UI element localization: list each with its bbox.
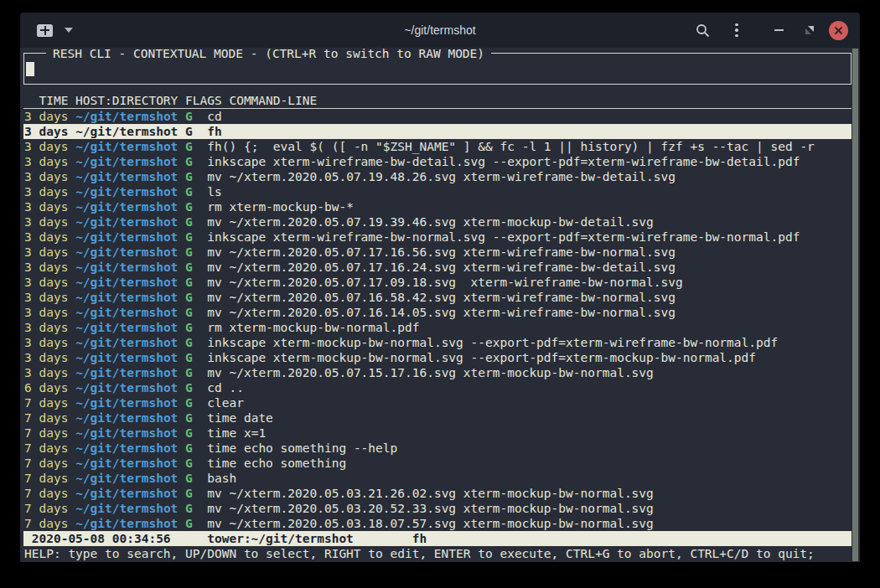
row-time: 3 days [24, 260, 68, 274]
row-command: fh() {; eval $( ([ -n "$ZSH_NAME" ] && f… [207, 140, 815, 153]
history-row[interactable]: 3 days ~/git/termshot G mv ~/xterm.2020.… [23, 305, 852, 320]
history-row[interactable]: 3 days ~/git/termshot G inkscape xterm-m… [23, 350, 852, 365]
history-row[interactable]: 7 days ~/git/termshot G time x=1 [23, 426, 852, 441]
row-flags: G [185, 306, 193, 319]
row-directory: ~/git/termshot [75, 472, 178, 485]
row-flags: G [185, 472, 193, 485]
titlebar[interactable]: ~/git/termshot [20, 13, 860, 48]
row-time: 3 days [24, 351, 68, 364]
history-row[interactable]: 7 days ~/git/termshot G time echo someth… [23, 441, 852, 456]
unmaximize-icon[interactable] [800, 20, 820, 40]
row-flags: G [185, 396, 193, 410]
row-flags: G [185, 110, 193, 123]
row-time: 6 days [24, 381, 68, 395]
history-row[interactable]: 3 days ~/git/termshot G fh [23, 124, 852, 139]
row-flags: G [185, 260, 193, 274]
row-directory: ~/git/termshot [75, 200, 178, 214]
row-time: 3 days [24, 321, 68, 334]
row-command: mv ~/xterm.2020.05.07.17.09.18.svg xterm… [207, 276, 682, 289]
history-row[interactable]: 7 days ~/git/termshot G mv ~/xterm.2020.… [23, 486, 852, 501]
row-command: mv ~/xterm.2020.05.07.16.14.05.svg xterm… [207, 306, 676, 319]
history-row[interactable]: 3 days ~/git/termshot G mv ~/xterm.2020.… [23, 214, 852, 230]
row-command: ls [207, 185, 221, 199]
history-row[interactable]: 6 days ~/git/termshot G cd .. [23, 380, 852, 395]
row-flags: G [185, 336, 193, 349]
row-directory: ~/git/termshot [75, 215, 178, 229]
row-directory: ~/git/termshot [75, 517, 178, 530]
row-directory: ~/git/termshot [75, 366, 178, 379]
history-row[interactable]: 3 days ~/git/termshot G inkscape xterm-w… [23, 154, 852, 169]
row-time: 3 days [24, 155, 68, 168]
history-row[interactable]: 3 days ~/git/termshot G rm xterm-mockup-… [23, 199, 852, 214]
row-flags: G [185, 411, 193, 425]
row-command: mv ~/xterm.2020.05.03.21.26.02.svg xterm… [207, 487, 654, 500]
row-time: 3 days [24, 125, 68, 138]
history-row[interactable]: 3 days ~/git/termshot G inkscape xterm-w… [23, 230, 852, 245]
row-directory: ~/git/termshot [75, 155, 178, 168]
search-icon[interactable] [692, 20, 712, 40]
history-row[interactable]: 7 days ~/git/termshot G time echo someth… [23, 456, 852, 471]
history-row[interactable]: 7 days ~/git/termshot G bash [23, 471, 852, 486]
history-row[interactable]: 3 days ~/git/termshot G fh() {; eval $( … [23, 139, 852, 154]
history-row[interactable]: 3 days ~/git/termshot G mv ~/xterm.2020.… [23, 245, 852, 260]
history-row[interactable]: 3 days ~/git/termshot G ls [23, 184, 852, 199]
row-directory: ~/git/termshot [75, 456, 178, 470]
row-command: rm xterm-mockup-bw-* [207, 200, 354, 214]
row-flags: G [185, 291, 193, 304]
history-row[interactable]: 3 days ~/git/termshot G inkscape xterm-m… [23, 335, 852, 350]
history-row[interactable]: 3 days ~/git/termshot G rm xterm-mockup-… [23, 320, 852, 335]
history-row[interactable]: 7 days ~/git/termshot G clear [23, 395, 852, 410]
row-flags: G [185, 351, 193, 364]
history-row[interactable]: 3 days ~/git/termshot G mv ~/xterm.2020.… [23, 290, 852, 305]
new-terminal-icon[interactable] [37, 24, 53, 37]
row-flags: G [185, 125, 193, 138]
row-time: 7 days [24, 396, 68, 410]
row-command: mv ~/xterm.2020.05.07.19.39.46.svg xterm… [207, 215, 654, 229]
row-directory: ~/git/termshot [75, 381, 178, 395]
minimize-icon[interactable] [769, 20, 789, 40]
row-directory: ~/git/termshot [75, 396, 178, 410]
history-row[interactable]: 7 days ~/git/termshot G mv ~/xterm.2020.… [23, 516, 852, 531]
row-flags: G [185, 366, 193, 379]
history-row[interactable]: 7 days ~/git/termshot G time date [23, 410, 852, 426]
history-row[interactable]: 3 days ~/git/termshot G mv ~/xterm.2020.… [23, 275, 852, 290]
history-row[interactable]: 3 days ~/git/termshot G mv ~/xterm.2020.… [23, 169, 852, 184]
row-command: inkscape xterm-wireframe-bw-detail.svg -… [207, 155, 800, 168]
search-input[interactable]: RESH CLI - CONTEXTUAL MODE - (CTRL+R to … [23, 53, 852, 85]
row-directory: ~/git/termshot [75, 185, 178, 199]
row-directory: ~/git/termshot [75, 140, 178, 153]
row-directory: ~/git/termshot [75, 110, 178, 123]
row-directory: ~/git/termshot [75, 411, 178, 425]
row-flags: G [185, 155, 193, 168]
row-time: 7 days [24, 426, 68, 440]
row-command: mv ~/xterm.2020.05.07.16.58.42.svg xterm… [207, 291, 676, 304]
chevron-down-icon[interactable] [65, 28, 73, 33]
row-flags: G [185, 215, 193, 229]
row-flags: G [185, 381, 193, 395]
row-command: fh [207, 125, 221, 138]
row-time: 3 days [24, 276, 68, 289]
row-command: inkscape xterm-mockup-bw-normal.svg --ex… [207, 351, 756, 364]
row-command: mv ~/xterm.2020.05.03.18.07.57.svg xterm… [207, 517, 654, 530]
row-directory: ~/git/termshot [75, 306, 178, 319]
table-header: TIME HOST:DIRECTORY FLAGS COMMAND-LINE [23, 93, 852, 109]
row-flags: G [185, 487, 193, 500]
history-row[interactable]: 3 days ~/git/termshot G mv ~/xterm.2020.… [23, 365, 852, 380]
row-time: 3 days [24, 245, 68, 259]
row-command: time date [207, 411, 273, 425]
row-time: 3 days [24, 306, 68, 319]
scrollbar[interactable] [852, 49, 858, 561]
row-directory: ~/git/termshot [75, 487, 178, 500]
history-row[interactable]: 3 days ~/git/termshot G mv ~/xterm.2020.… [23, 260, 852, 275]
row-directory: ~/git/termshot [75, 351, 178, 364]
row-directory: ~/git/termshot [75, 276, 178, 289]
row-flags: G [185, 200, 193, 214]
row-command: inkscape xterm-mockup-bw-normal.svg --ex… [207, 336, 778, 349]
close-icon[interactable] [829, 21, 848, 40]
help-line: HELP: type to search, UP/DOWN to select,… [23, 546, 852, 561]
row-directory: ~/git/termshot [75, 260, 178, 274]
history-row[interactable]: 3 days ~/git/termshot G cd [23, 109, 852, 124]
kebab-menu-icon[interactable] [727, 20, 747, 40]
row-time: 7 days [24, 472, 68, 485]
history-row[interactable]: 7 days ~/git/termshot G mv ~/xterm.2020.… [23, 501, 852, 516]
